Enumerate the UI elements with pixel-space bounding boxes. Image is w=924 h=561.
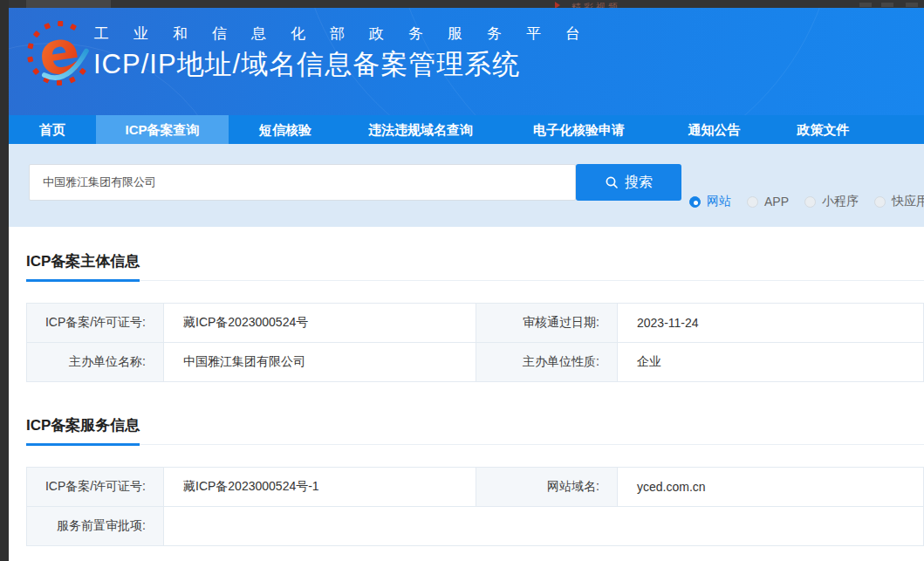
radio-unselected-icon <box>804 196 816 208</box>
table-row: 主办单位名称: 中国雅江集团有限公司 主办单位性质: 企业 <box>27 343 924 382</box>
nav-item-illegal-domain-query[interactable]: 违法违规域名查询 <box>342 115 499 144</box>
subject-section-header: ICP备案主体信息 <box>26 227 924 281</box>
field-label: ICP备案/许可证号: <box>27 468 164 507</box>
results-content: ICP备案主体信息 ICP备案/许可证号: 藏ICP备2023000524号 审… <box>9 227 924 546</box>
nav-item-sms-verify[interactable]: 短信核验 <box>229 115 342 144</box>
screen: 精彩视频 <box>0 0 924 561</box>
nav-item-e-verify-apply[interactable]: 电子化核验申请 <box>499 115 659 144</box>
field-label: 服务前置审批项: <box>27 507 164 546</box>
table-row: ICP备案/许可证号: 藏ICP备2023000524号 审核通过日期: 202… <box>27 304 924 343</box>
radio-selected-icon <box>689 196 701 208</box>
field-label: ICP备案/许可证号: <box>27 304 164 343</box>
clipped-glyph <box>859 3 872 7</box>
field-value: yced.com.cn <box>618 468 924 507</box>
search-band: 搜索 网站 APP 小程序 快应用 <box>9 144 924 227</box>
subject-section-title: ICP备案主体信息 <box>26 251 140 282</box>
nav-item-policy-docs[interactable]: 政策文件 <box>770 115 877 144</box>
desktop-left-strip <box>0 0 9 561</box>
service-section-title: ICP备案服务信息 <box>26 415 140 446</box>
system-title: ICP/IP地址/域名信息备案管理系统 <box>93 46 520 83</box>
nav-item-notices[interactable]: 通知公告 <box>659 115 770 144</box>
icp-page: e 工业和信息化部政务服务平台 ICP/IP地址/域名信息备案管理系统 首页 I… <box>9 8 924 561</box>
radio-unselected-icon <box>747 196 758 208</box>
search-button-label: 搜索 <box>625 174 653 192</box>
nav-item-home[interactable]: 首页 <box>9 115 96 144</box>
field-value: 企业 <box>618 343 924 382</box>
desktop-tab-remnant <box>26 0 111 8</box>
site-header: e 工业和信息化部政务服务平台 ICP/IP地址/域名信息备案管理系统 <box>9 8 924 115</box>
miit-icp-logo-icon: e <box>22 16 97 91</box>
main-nav: 首页 ICP备案查询 短信核验 违法违规域名查询 电子化核验申请 通知公告 政策… <box>9 115 924 144</box>
field-value: 藏ICP备2023000524号-1 <box>164 468 476 507</box>
radio-quickapp[interactable]: 快应用 <box>874 194 924 209</box>
nav-item-icp-query[interactable]: ICP备案查询 <box>96 115 229 144</box>
radio-miniprogram[interactable]: 小程序 <box>804 194 859 209</box>
field-value <box>164 507 924 546</box>
field-label: 网站域名: <box>476 468 618 507</box>
field-value: 藏ICP备2023000524号 <box>164 304 476 343</box>
search-icon <box>605 175 619 189</box>
search-input[interactable] <box>29 164 576 201</box>
service-section-header: ICP备案服务信息 <box>26 415 924 445</box>
service-info-table: ICP备案/许可证号: 藏ICP备2023000524号-1 网站域名: yce… <box>26 467 924 546</box>
radio-app[interactable]: APP <box>747 195 789 209</box>
field-value: 中国雅江集团有限公司 <box>164 343 476 382</box>
table-row: ICP备案/许可证号: 藏ICP备2023000524号-1 网站域名: yce… <box>27 468 924 507</box>
field-label: 主办单位性质: <box>476 343 618 382</box>
field-label: 审核通过日期: <box>476 304 618 343</box>
video-marker-icon <box>555 2 560 8</box>
subject-info-table: ICP备案/许可证号: 藏ICP备2023000524号 审核通过日期: 202… <box>26 303 924 382</box>
platform-title: 工业和信息化部政务服务平台 <box>94 24 605 44</box>
table-row: 服务前置审批项: <box>27 507 924 546</box>
search-type-group: 网站 APP 小程序 快应用 <box>689 194 924 209</box>
desktop-top-strip: 精彩视频 <box>0 0 924 8</box>
field-value: 2023-11-24 <box>618 304 924 343</box>
clipped-desktop-text: 精彩视频 <box>572 1 620 8</box>
search-button[interactable]: 搜索 <box>576 164 681 201</box>
clipped-glyph <box>881 3 893 7</box>
radio-website[interactable]: 网站 <box>689 194 731 209</box>
radio-unselected-icon <box>874 196 886 208</box>
field-label: 主办单位名称: <box>27 343 164 382</box>
clipped-glyph <box>906 3 918 7</box>
